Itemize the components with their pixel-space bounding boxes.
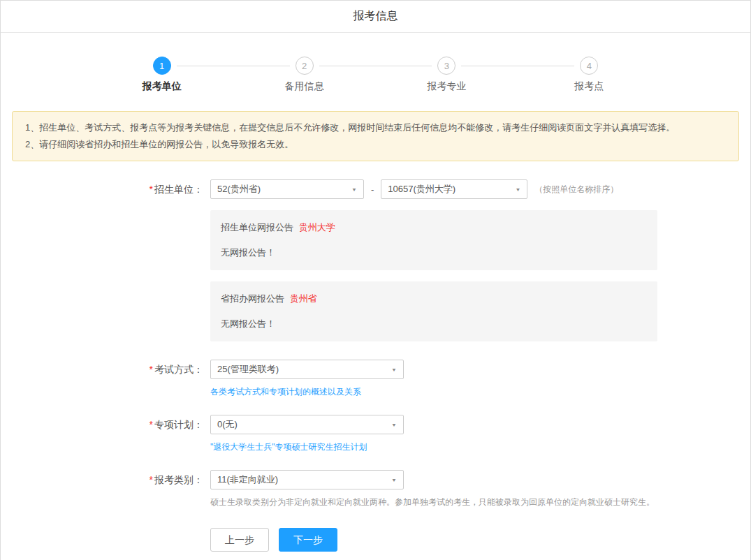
province-select-value: 52(贵州省) <box>217 183 261 196</box>
form-row-category: *报考类别： 11(非定向就业) ▼ 硕士生录取类别分为非定向就业和定向就业两种… <box>1 470 750 508</box>
form-row-buttons: 上一步 下一步 <box>1 528 750 552</box>
category-label-text: 报考类别： <box>154 474 203 485</box>
step-4-label: 报考点 <box>518 80 660 93</box>
chevron-down-icon: ▼ <box>351 186 357 192</box>
step-enroll-unit: 1 报考单位 <box>91 57 233 93</box>
application-form: *招生单位： 52(贵州省) ▼ - 10657(贵州大学) ▼ （按照单位名称… <box>1 179 750 560</box>
unit-announcement-school: 贵州大学 <box>299 222 335 233</box>
unit-label-text: 招生单位： <box>154 184 203 195</box>
select-separator: - <box>371 184 374 195</box>
province-announcement-title: 省招办网报公告 <box>221 293 284 304</box>
special-plan-select[interactable]: 0(无) ▼ <box>210 415 404 434</box>
special-plan-label-text: 专项计划： <box>154 419 203 430</box>
application-page: 报考信息 1 报考单位 2 备用信息 3 报考专业 4 报考点 1、招生单位、考… <box>0 0 751 560</box>
step-1-circle: 1 <box>153 57 171 75</box>
next-step-button[interactable]: 下一步 <box>279 528 337 552</box>
form-row-province-announcement: 省招办网报公告 贵州省 无网报公告！ <box>1 281 750 341</box>
special-plan-label: *专项计划： <box>1 415 210 434</box>
category-select[interactable]: 11(非定向就业) ▼ <box>210 470 404 489</box>
exam-mode-label: *考试方式： <box>1 360 210 379</box>
school-select-value: 10657(贵州大学) <box>388 183 455 196</box>
unit-announcement-box: 招生单位网报公告 贵州大学 无网报公告！ <box>210 210 657 270</box>
required-mark: * <box>150 364 153 375</box>
notice-box: 1、招生单位、考试方式、报考点等为报考关键信息，在提交信息后不允许修改，网报时间… <box>12 111 739 161</box>
step-major: 3 报考专业 <box>376 57 518 93</box>
step-2-circle: 2 <box>296 57 314 75</box>
chevron-down-icon: ▼ <box>515 186 520 192</box>
chevron-down-icon: ▼ <box>391 477 397 482</box>
step-2-label: 备用信息 <box>233 80 376 93</box>
exam-mode-label-text: 考试方式： <box>154 364 203 375</box>
sort-order-hint: （按照单位名称排序） <box>534 184 618 196</box>
unit-announcement-title: 招生单位网报公告 <box>221 222 293 233</box>
chevron-down-icon: ▼ <box>391 367 397 372</box>
special-plan-help-link[interactable]: "退役大学生士兵"专项硕士研究生招生计划 <box>210 442 367 452</box>
form-row-unit-announcement: 招生单位网报公告 贵州大学 无网报公告！ <box>1 210 750 270</box>
form-row-special-plan: *专项计划： 0(无) ▼ "退役大学生士兵"专项硕士研究生招生计划 <box>1 415 750 453</box>
prev-step-button[interactable]: 上一步 <box>210 528 269 552</box>
stepper: 1 报考单位 2 备用信息 3 报考专业 4 报考点 <box>91 57 660 93</box>
step-3-circle: 3 <box>437 57 455 75</box>
required-mark: * <box>150 474 153 485</box>
school-select[interactable]: 10657(贵州大学) ▼ <box>381 179 527 199</box>
province-announcement-box: 省招办网报公告 贵州省 无网报公告！ <box>210 281 657 341</box>
required-mark: * <box>150 184 153 195</box>
exam-mode-help-link[interactable]: 各类考试方式和专项计划的概述以及关系 <box>210 387 361 397</box>
province-select[interactable]: 52(贵州省) ▼ <box>210 179 364 199</box>
notice-line-1: 1、招生单位、考试方式、报考点等为报考关键信息，在提交信息后不允许修改，网报时间… <box>25 119 726 136</box>
step-4-circle: 4 <box>580 57 598 75</box>
form-row-unit: *招生单位： 52(贵州省) ▼ - 10657(贵州大学) ▼ （按照单位名称… <box>1 179 750 199</box>
step-exam-site: 4 报考点 <box>518 57 660 93</box>
province-announcement-content: 无网报公告！ <box>221 318 647 330</box>
step-backup-info: 2 备用信息 <box>233 57 376 93</box>
chevron-down-icon: ▼ <box>391 422 397 427</box>
form-row-exam-mode: *考试方式： 25(管理类联考) ▼ 各类考试方式和专项计划的概述以及关系 <box>1 360 750 398</box>
exam-mode-select-value: 25(管理类联考) <box>217 363 279 376</box>
category-hint: 硕士生录取类别分为非定向就业和定向就业两种。参加单独考试的考生，只能被录取为回原… <box>210 496 750 508</box>
required-mark: * <box>150 419 153 430</box>
exam-mode-select[interactable]: 25(管理类联考) ▼ <box>210 360 404 379</box>
notice-line-2: 2、请仔细阅读省招办和招生单位的网报公告，以免导致报名无效。 <box>25 136 726 153</box>
page-title: 报考信息 <box>353 9 398 24</box>
province-announcement-province: 贵州省 <box>290 293 317 304</box>
page-header: 报考信息 <box>1 1 750 33</box>
unit-announcement-content: 无网报公告！ <box>221 246 647 259</box>
category-label: *报考类别： <box>1 470 210 489</box>
step-1-label: 报考单位 <box>91 80 233 93</box>
unit-label: *招生单位： <box>1 179 210 199</box>
category-select-value: 11(非定向就业) <box>217 473 278 486</box>
step-3-label: 报考专业 <box>376 80 518 93</box>
special-plan-select-value: 0(无) <box>217 418 238 431</box>
